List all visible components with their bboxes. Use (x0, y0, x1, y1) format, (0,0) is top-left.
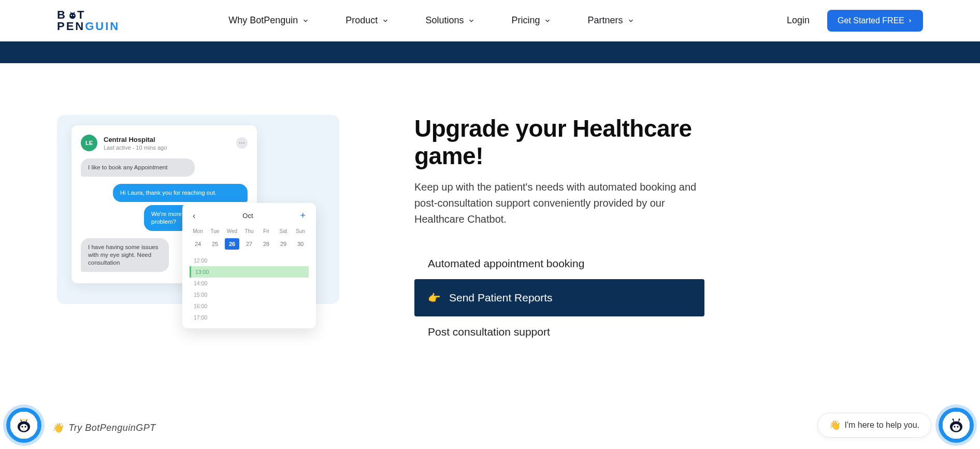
try-gpt-prompt[interactable]: 👋 Try BotPenguinGPT (52, 422, 156, 433)
svg-line-3 (70, 12, 71, 13)
calendar-day[interactable]: 29 (276, 238, 291, 250)
time-slot[interactable]: 14:00 (190, 278, 309, 289)
chevron-left-icon[interactable]: ‹ (193, 211, 195, 221)
svg-point-11 (20, 418, 22, 420)
logo[interactable]: BT PENGUIN (57, 9, 120, 32)
svg-point-6 (20, 424, 28, 431)
svg-point-14 (953, 424, 960, 431)
nav-partners[interactable]: Partners (587, 15, 634, 26)
wave-icon: 👋 (829, 419, 841, 431)
chevron-down-icon (468, 17, 475, 24)
plus-icon[interactable]: + (300, 210, 306, 221)
calendar-days-row: 24 25 26 27 28 29 30 (190, 236, 309, 252)
wave-icon: 👋 (52, 422, 64, 433)
page-lead: Keep up with the patient's needs with au… (414, 179, 704, 227)
dow: Wed (225, 228, 239, 234)
login-link[interactable]: Login (787, 15, 810, 26)
calendar-times: 12:00 13:00 14:00 15:00 16:00 17:00 (190, 255, 309, 323)
chat-subtitle: Last active - 10 mins ago (104, 144, 167, 151)
svg-point-15 (954, 426, 955, 427)
main-nav: Why BotPenguin Product Solutions Pricing… (228, 15, 634, 26)
nav-pricing[interactable]: Pricing (511, 15, 551, 26)
option-post-consult[interactable]: Post consultation support (414, 316, 704, 347)
chatbot-launcher-left[interactable] (6, 408, 41, 443)
time-slot[interactable]: 16:00 (190, 300, 309, 312)
cta-label: Get Started FREE (838, 16, 904, 25)
option-label: Send Patient Reports (449, 292, 553, 304)
time-slot[interactable]: 12:00 (190, 255, 309, 266)
dow: Fri (259, 228, 273, 234)
nav-label: Product (345, 15, 378, 26)
chat-title-block: Central Hospital Last active - 10 mins a… (104, 136, 167, 151)
svg-point-20 (959, 418, 960, 420)
bot-icon (947, 416, 965, 434)
illustration: LE Central Hospital Last active - 10 min… (57, 115, 342, 332)
chevron-down-icon (382, 17, 389, 24)
calendar-day[interactable]: 28 (259, 238, 273, 250)
svg-point-16 (957, 426, 958, 427)
dow: Mon (191, 228, 205, 234)
logo-top: BT (57, 9, 120, 21)
dark-band (0, 41, 980, 63)
chat-bubble-out: Hi Laura, thank you for reaching out. (113, 184, 248, 202)
svg-point-1 (70, 15, 71, 16)
svg-point-0 (69, 12, 76, 19)
nav-product[interactable]: Product (345, 15, 389, 26)
chevron-down-icon (302, 17, 309, 24)
help-pill[interactable]: 👋 I'm here to help you. (817, 413, 931, 438)
svg-point-2 (73, 15, 74, 16)
time-slot[interactable]: 15:00 (190, 289, 309, 300)
dow: Sun (293, 228, 308, 234)
nav-label: Partners (587, 15, 623, 26)
header-right: Login Get Started FREE (787, 10, 923, 32)
main: LE Central Hospital Last active - 10 min… (0, 63, 980, 347)
dow: Sat (276, 228, 291, 234)
nav-why[interactable]: Why BotPenguin (228, 15, 309, 26)
logo-bottom: PENGUIN (57, 21, 120, 32)
dow: Thu (242, 228, 256, 234)
content: Upgrade your Healthcare game! Keep up wi… (414, 115, 704, 347)
nav-solutions[interactable]: Solutions (425, 15, 475, 26)
calendar-month: Oct (242, 212, 253, 220)
chevron-down-icon (544, 17, 551, 24)
get-started-button[interactable]: Get Started FREE (827, 10, 923, 32)
calendar-dow-row: Mon Tue Wed Thu Fri Sat Sun (190, 226, 309, 236)
help-text: I'm here to help you. (845, 421, 919, 430)
nav-label: Pricing (511, 15, 540, 26)
calendar-day[interactable]: 25 (208, 238, 222, 250)
option-send-reports[interactable]: 👉 Send Patient Reports (414, 279, 704, 316)
svg-point-19 (953, 418, 954, 420)
page-heading: Upgrade your Healthcare game! (414, 115, 704, 170)
calendar-day[interactable]: 30 (293, 238, 308, 250)
svg-line-4 (74, 12, 75, 13)
nav-label: Solutions (425, 15, 464, 26)
svg-point-12 (26, 418, 28, 420)
chat-bubble-in: I like to book any Appointment (81, 158, 195, 177)
more-icon[interactable]: ⋯ (236, 137, 248, 149)
chatbot-launcher-right[interactable] (939, 408, 974, 443)
chevron-right-icon (907, 17, 913, 24)
point-right-icon: 👉 (428, 292, 441, 304)
penguin-icon (68, 10, 77, 20)
chat-title: Central Hospital (104, 136, 167, 143)
nav-label: Why BotPenguin (228, 15, 298, 26)
time-slot[interactable]: 17:00 (190, 312, 309, 323)
bot-icon (15, 416, 33, 434)
calendar-card: ‹ Oct + Mon Tue Wed Thu Fri Sat Sun 24 2… (182, 203, 316, 328)
calendar-day[interactable]: 24 (191, 238, 205, 250)
chat-bubble-in: I have having some issues with my eye si… (81, 238, 169, 272)
time-slot-selected[interactable]: 13:00 (190, 266, 309, 278)
svg-point-7 (21, 426, 23, 427)
avatar: LE (81, 135, 97, 151)
svg-point-8 (24, 426, 26, 427)
chat-header: LE Central Hospital Last active - 10 min… (81, 135, 248, 151)
option-auto-booking[interactable]: Automated appointment booking (414, 248, 704, 279)
chevron-down-icon (627, 17, 635, 24)
try-gpt-label: Try BotPenguinGPT (69, 423, 156, 433)
dow: Tue (208, 228, 222, 234)
header: BT PENGUIN Why BotPenguin Product Soluti… (0, 0, 980, 41)
calendar-header: ‹ Oct + (190, 210, 309, 226)
calendar-day-selected[interactable]: 26 (225, 238, 239, 250)
calendar-day[interactable]: 27 (242, 238, 256, 250)
